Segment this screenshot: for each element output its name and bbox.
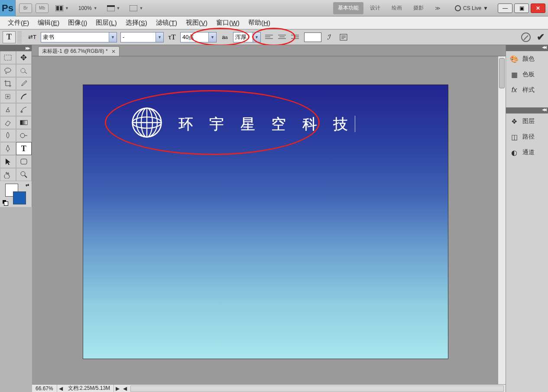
history-brush-tool[interactable] <box>16 103 32 116</box>
screen-mode-dropdown[interactable]: ▼ <box>104 3 123 13</box>
window-close[interactable]: ✕ <box>531 3 545 13</box>
menu-view[interactable]: 视图(V) <box>182 16 212 29</box>
svg-point-22 <box>5 68 11 72</box>
antialias-combo[interactable]: ▼ <box>233 32 261 42</box>
swap-colors-icon[interactable]: ⇄ <box>26 183 29 188</box>
collapse-icon[interactable]: ▶▶ <box>26 46 29 50</box>
cancel-edit-button[interactable] <box>521 32 531 42</box>
menu-image[interactable]: 图像(I) <box>64 16 91 29</box>
marquee-tool[interactable] <box>0 51 16 64</box>
svg-rect-1 <box>56 6 59 10</box>
dropdown-arrow-icon[interactable]: ▼ <box>156 32 163 42</box>
svg-text:ℐ: ℐ <box>327 33 331 41</box>
doc-layout-dropdown[interactable]: ▼ <box>127 3 146 13</box>
font-size-combo[interactable]: ▼ <box>180 32 217 42</box>
color-picker[interactable]: ⇄ <box>0 181 32 207</box>
svg-rect-31 <box>21 159 27 164</box>
panel-color[interactable]: 🎨颜色 <box>506 51 548 67</box>
menu-filter[interactable]: 滤镜(T) <box>152 16 182 29</box>
text-color-swatch[interactable] <box>304 32 321 42</box>
close-tab-icon[interactable]: ✕ <box>111 49 116 55</box>
align-right-button[interactable] <box>289 32 301 43</box>
canvas-text-layer[interactable]: 环 宇 星 空 科 技 <box>178 114 355 134</box>
menu-window[interactable]: 窗口(W) <box>212 16 244 29</box>
move-tool[interactable]: ✥ <box>16 51 32 64</box>
dodge-tool[interactable] <box>16 129 32 142</box>
character-panel-button[interactable] <box>338 32 349 43</box>
crop-tool[interactable] <box>0 77 16 90</box>
minibridge-button[interactable]: Mb <box>36 3 49 13</box>
scroll-left[interactable]: ◀ <box>121 386 129 392</box>
dropdown-arrow-icon[interactable]: ▼ <box>208 32 216 42</box>
quick-select-tool[interactable] <box>16 64 32 77</box>
dropdown-arrow-icon[interactable]: ▼ <box>109 32 117 42</box>
eraser-tool[interactable] <box>0 116 16 129</box>
panel-channels[interactable]: ◐通道 <box>506 145 548 160</box>
panel-layers[interactable]: ❖图层 <box>506 113 548 129</box>
blur-tool[interactable] <box>0 129 16 142</box>
background-color[interactable] <box>13 191 26 204</box>
warp-text-button[interactable]: ℐ <box>325 32 336 43</box>
workspace-more[interactable]: ≫ <box>430 2 445 14</box>
workspace-tab-paint[interactable]: 绘画 <box>387 2 407 14</box>
font-family-value[interactable] <box>43 34 115 40</box>
status-prev[interactable]: ◀ <box>57 386 65 392</box>
bridge-button[interactable]: Br <box>19 3 32 13</box>
menu-file[interactable]: 文件(F) <box>3 16 33 29</box>
view-arrange-dropdown[interactable]: ▼ <box>53 3 71 13</box>
clone-stamp-tool[interactable] <box>0 103 16 116</box>
commit-edit-button[interactable]: ✔ <box>537 32 545 43</box>
status-zoom[interactable]: 66.67% <box>32 385 57 392</box>
window-minimize[interactable]: — <box>498 3 512 13</box>
panel-styles[interactable]: fx样式 <box>506 82 548 98</box>
lasso-tool[interactable] <box>0 64 16 77</box>
panel-swatches[interactable]: ▦色板 <box>506 67 548 82</box>
cslive-button[interactable]: CS Live ▼ <box>451 3 493 14</box>
align-left-button[interactable] <box>263 32 275 43</box>
menu-bar: 文件(F) 编辑(E) 图像(I) 图层(L) 选择(S) 滤镜(T) 视图(V… <box>0 16 548 29</box>
collapse-icon[interactable]: ◀◀ <box>542 107 545 113</box>
zoom-tool[interactable] <box>16 168 32 181</box>
text-orientation-toggle[interactable]: ⇄T <box>27 32 38 43</box>
globe-icon <box>131 107 163 139</box>
svg-rect-28 <box>20 120 27 125</box>
options-grip[interactable] <box>17 31 22 43</box>
status-next[interactable]: ▶ <box>114 386 121 392</box>
window-maximize[interactable]: ▣ <box>514 3 529 13</box>
eyedropper-tool[interactable] <box>16 77 32 90</box>
document-tab[interactable]: 未标题-1 @ 66.7%(RGB/8) * ✕ <box>38 46 120 56</box>
healing-brush-tool[interactable] <box>0 90 16 103</box>
menu-layer[interactable]: 图层(L) <box>91 16 121 29</box>
default-colors-icon[interactable] <box>3 200 8 205</box>
align-center-button[interactable] <box>276 32 288 43</box>
vertical-scrollbar[interactable] <box>498 56 506 384</box>
workspace-tab-design[interactable]: 设计 <box>365 2 385 14</box>
svg-rect-21 <box>4 55 11 60</box>
channels-icon: ◐ <box>509 149 519 157</box>
pen-tool[interactable] <box>0 142 16 155</box>
canvas-viewport[interactable]: 环 宇 星 空 科 技 <box>32 56 506 384</box>
brush-tool[interactable] <box>16 90 32 103</box>
current-tool-indicator[interactable]: T <box>3 31 16 43</box>
hand-tool[interactable] <box>0 168 16 181</box>
workspace-tab-photo[interactable]: 摄影 <box>409 2 428 14</box>
path-select-tool[interactable] <box>0 155 16 168</box>
svg-rect-2 <box>60 6 62 10</box>
type-tool[interactable]: T <box>16 142 32 155</box>
horizontal-scrollbar[interactable] <box>130 386 504 392</box>
gradient-tool[interactable] <box>16 116 32 129</box>
collapse-icon[interactable]: ◀◀ <box>542 45 545 51</box>
zoom-dropdown[interactable]: 100%▼ <box>76 3 100 13</box>
menu-edit[interactable]: 编辑(E) <box>33 16 64 29</box>
panel-paths[interactable]: ◫路径 <box>506 129 548 145</box>
font-style-combo[interactable]: ▼ <box>120 32 164 42</box>
shape-tool[interactable] <box>16 155 32 168</box>
workspace-tab-essentials[interactable]: 基本功能 <box>333 2 363 14</box>
menu-select[interactable]: 选择(S) <box>121 16 152 29</box>
dropdown-arrow-icon[interactable]: ▼ <box>253 32 260 42</box>
document-canvas[interactable]: 环 宇 星 空 科 技 <box>83 85 448 359</box>
menu-help[interactable]: 帮助(H) <box>244 16 275 29</box>
options-bar: T ⇄T ▼ ▼ τT ▼ aa ▼ ℐ ✔ <box>0 29 548 45</box>
status-docinfo[interactable]: 文档:2.25M/5.13M <box>65 385 114 392</box>
font-family-combo[interactable]: ▼ <box>41 32 117 42</box>
